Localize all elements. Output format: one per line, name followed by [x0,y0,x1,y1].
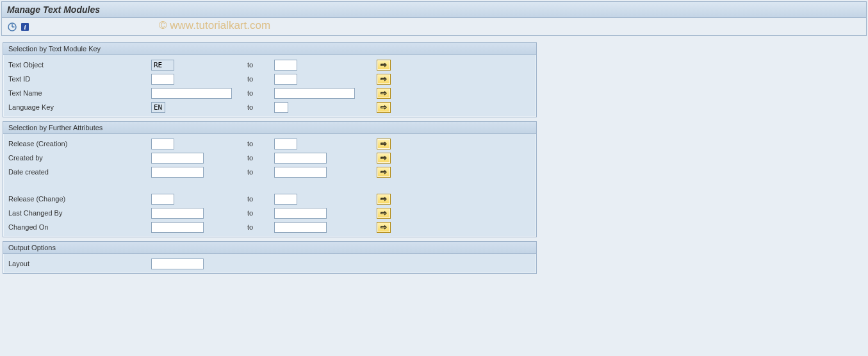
multi-select-button[interactable]: ⇨ [377,60,391,71]
to-label: to [247,61,274,69]
multi-select-button[interactable]: ⇨ [377,74,391,85]
arrow-right-icon: ⇨ [381,168,387,176]
input-created-by-from[interactable] [151,153,204,164]
input-release-creation-to[interactable] [274,139,297,149]
row-last-changed-by: Last Changed By to ⇨ [7,206,532,220]
input-layout[interactable] [151,259,204,269]
multi-select-button[interactable]: ⇨ [377,194,391,205]
to-label: to [247,89,274,97]
arrow-right-icon: ⇨ [381,195,387,203]
watermark-text: © www.tutorialkart.com [159,19,270,32]
input-text-name-to[interactable] [274,88,355,99]
to-label: to [247,103,274,111]
input-last-changed-by-from[interactable] [151,208,204,219]
row-text-name: Text Name to ⇨ [7,86,532,100]
row-text-id: Text ID to ⇨ [7,72,532,86]
to-label: to [247,168,274,176]
input-release-creation-from[interactable] [151,139,174,149]
arrow-right-icon: ⇨ [381,61,387,69]
label-text-object: Text Object [7,61,151,69]
row-language-key: Language Key to ⇨ [7,100,532,114]
input-text-object-to[interactable] [274,60,297,71]
group-title: Output Options [3,242,536,254]
group-title: Selection by Further Attributes [3,122,536,134]
input-text-id-from[interactable] [151,74,174,85]
input-language-from[interactable] [151,102,165,113]
app-container: Manage Text Modules i © www.tutorialkart… [0,0,868,356]
row-text-object: Text Object to ⇨ [7,58,532,72]
to-label: to [247,140,274,148]
to-label: to [247,154,274,162]
label-release-change: Release (Change) [7,195,151,203]
arrow-right-icon: ⇨ [381,209,387,217]
multi-select-button[interactable]: ⇨ [377,88,391,99]
multi-select-button[interactable]: ⇨ [377,167,391,178]
page-title: Manage Text Modules [1,1,867,18]
input-changed-on-to[interactable] [274,222,327,233]
input-release-change-from[interactable] [151,194,174,205]
input-text-id-to[interactable] [274,74,297,85]
input-date-created-to[interactable] [274,167,327,178]
arrow-right-icon: ⇨ [381,103,387,112]
arrow-right-icon: ⇨ [381,154,387,162]
input-release-change-to[interactable] [274,194,297,205]
label-last-changed-by: Last Changed By [7,209,151,217]
row-date-created: Date created to ⇨ [7,165,532,179]
arrow-right-icon: ⇨ [381,140,387,148]
label-changed-on: Changed On [7,223,151,231]
multi-select-button[interactable]: ⇨ [377,102,391,113]
info-icon[interactable]: i [20,22,30,32]
row-layout: Layout [7,257,532,271]
input-changed-on-from[interactable] [151,222,204,233]
input-text-name-from[interactable] [151,88,232,99]
content-area: Selection by Text Module Key Text Object… [1,36,867,276]
input-last-changed-by-to[interactable] [274,208,327,219]
to-label: to [247,75,274,83]
multi-select-button[interactable]: ⇨ [377,208,391,219]
multi-select-button[interactable]: ⇨ [377,222,391,233]
multi-select-button[interactable]: ⇨ [377,139,391,149]
toolbar: i © www.tutorialkart.com [1,18,867,36]
to-label: to [247,209,274,217]
group-further-attributes: Selection by Further Attributes Release … [3,121,537,237]
input-date-created-from[interactable] [151,167,204,178]
label-layout: Layout [7,260,151,267]
execute-icon[interactable] [7,22,17,32]
arrow-right-icon: ⇨ [381,89,387,97]
group-text-module-key: Selection by Text Module Key Text Object… [3,42,537,117]
row-changed-on: Changed On to ⇨ [7,220,532,234]
label-created-by: Created by [7,154,151,162]
input-language-to[interactable] [274,102,288,113]
label-release-creation: Release (Creation) [7,140,151,148]
arrow-right-icon: ⇨ [381,75,387,83]
to-label: to [247,195,274,203]
multi-select-button[interactable]: ⇨ [377,153,391,164]
row-created-by: Created by to ⇨ [7,151,532,165]
label-text-id: Text ID [7,75,151,83]
input-created-by-to[interactable] [274,153,327,164]
input-text-object-from[interactable] [151,60,174,71]
row-release-change: Release (Change) to ⇨ [7,192,532,206]
label-text-name: Text Name [7,89,151,97]
row-release-creation: Release (Creation) to ⇨ [7,137,532,151]
group-output-options: Output Options Layout [3,241,537,274]
arrow-right-icon: ⇨ [381,223,387,232]
label-language-key: Language Key [7,103,151,111]
label-date-created: Date created [7,168,151,176]
group-title: Selection by Text Module Key [3,43,536,55]
to-label: to [247,223,274,231]
